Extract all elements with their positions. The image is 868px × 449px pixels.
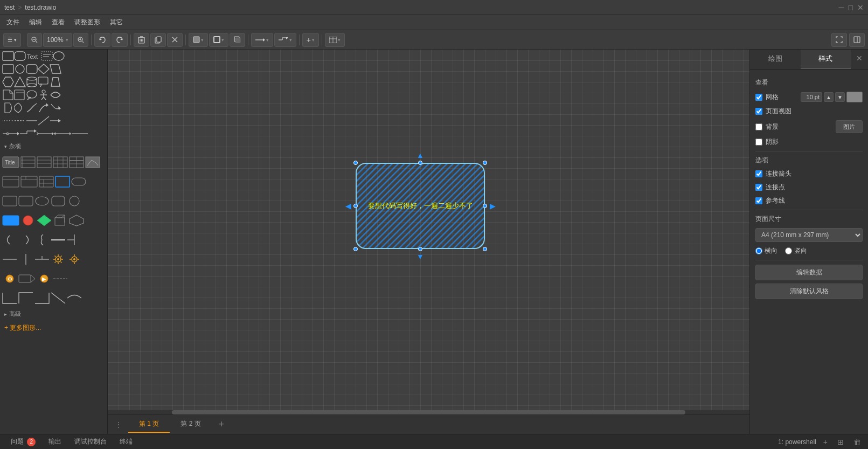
misc-rect-r[interactable]	[2, 194, 17, 209]
right-panel-close[interactable]: ✕	[851, 50, 868, 69]
misc-red-circle[interactable]	[20, 213, 36, 228]
misc-3d-box[interactable]	[53, 213, 68, 228]
misc-line-h[interactable]	[2, 252, 17, 267]
misc-label[interactable]	[18, 271, 36, 286]
canvas-hscroll[interactable]	[108, 410, 749, 415]
guides-checkbox-label[interactable]: 参考线	[755, 196, 788, 205]
connection-btn[interactable]: ▾	[251, 33, 273, 47]
misc-corner-tl[interactable]	[18, 291, 33, 306]
portrait-radio-label[interactable]: 竖向	[785, 246, 807, 255]
canvas-area[interactable]: ▲ ▼ ◀ ▶	[108, 50, 749, 434]
add-shape-btn[interactable]: + ▾	[302, 33, 319, 47]
handle-bc[interactable]	[418, 247, 422, 251]
shape-connector2[interactable]	[19, 128, 37, 139]
misc-gear2[interactable]	[67, 252, 82, 267]
undo-btn[interactable]	[94, 33, 110, 47]
misc-corner-br[interactable]	[34, 291, 50, 306]
misc-s4[interactable]	[55, 174, 70, 189]
bottom-tab-problems[interactable]: 问题 2	[4, 436, 42, 448]
shape-arc[interactable]	[50, 89, 61, 100]
terminal-trash-btn[interactable]: 🗑	[851, 437, 864, 447]
window-maximize[interactable]: □	[849, 3, 853, 12]
background-checkbox[interactable]	[755, 123, 762, 130]
page-tab-add[interactable]: +	[214, 417, 229, 432]
landscape-radio-label[interactable]: 横向	[755, 246, 777, 255]
shape-triangle[interactable]	[14, 77, 26, 87]
tab-style[interactable]: 样式	[801, 50, 851, 69]
project-name[interactable]: test	[4, 4, 15, 11]
shape-bidirectional[interactable]	[54, 128, 71, 139]
misc-process1[interactable]: ⚙	[2, 271, 17, 286]
shape-rounded-rect[interactable]	[14, 51, 26, 61]
misc-s2[interactable]	[20, 174, 38, 189]
shape-circle[interactable]	[14, 64, 26, 74]
shape-d-shape[interactable]	[2, 102, 14, 113]
misc-section-header[interactable]: ▾ 杂项	[0, 140, 107, 153]
delete-btn[interactable]	[134, 33, 149, 47]
arrow-bottom[interactable]: ▼	[416, 252, 425, 261]
clear-style-btn[interactable]: 清除默认风格	[755, 284, 863, 299]
bottom-tab-terminal[interactable]: 终端	[113, 436, 139, 448]
shape-dotted-line[interactable]	[2, 115, 14, 126]
shape-solid-line[interactable]	[26, 115, 38, 126]
shape-ellipse[interactable]	[53, 51, 65, 61]
handle-ml[interactable]	[353, 204, 358, 208]
handle-bl[interactable]	[353, 247, 358, 251]
grid-checkbox-label[interactable]: 网格	[755, 93, 788, 102]
grid-pt-up[interactable]: ▲	[824, 92, 834, 102]
shape-arrow-curved[interactable]	[38, 102, 50, 113]
misc-square-rounded[interactable]	[51, 194, 66, 209]
more-shapes-link[interactable]: + 更多图形...	[0, 320, 107, 336]
shape-connector3[interactable]	[37, 128, 54, 139]
tab-diagram[interactable]: 绘图	[750, 50, 801, 69]
diagram-shape[interactable]: ▲ ▼ ◀ ▶	[356, 163, 485, 249]
shape-arrow-right[interactable]	[50, 115, 61, 126]
menu-edit[interactable]: 编辑	[25, 16, 46, 29]
shadow-btn[interactable]	[230, 33, 245, 47]
misc-gt-angle[interactable]	[18, 232, 33, 247]
misc-dash-line2[interactable]	[51, 232, 66, 247]
page-view-checkbox-label[interactable]: 页面视图	[755, 107, 791, 116]
bottom-tab-output[interactable]: 输出	[42, 436, 68, 448]
shadow-checkbox[interactable]	[755, 139, 762, 146]
shape-text[interactable]: Text	[26, 51, 41, 61]
shape-connector1[interactable]	[2, 128, 19, 139]
shadow-checkbox-label[interactable]: 阴影	[755, 137, 788, 147]
misc-hexagon2[interactable]	[69, 213, 84, 228]
misc-list1[interactable]	[20, 155, 36, 170]
arrow-right[interactable]: ▶	[488, 202, 497, 210]
terminal-add-btn[interactable]: +	[821, 437, 830, 447]
arrow-left[interactable]: ◀	[344, 202, 352, 210]
misc-table1[interactable]	[53, 155, 68, 170]
connection-points-checkbox[interactable]	[755, 184, 762, 191]
landscape-radio[interactable]	[755, 247, 762, 254]
page-tab-2[interactable]: 第 2 页	[170, 416, 211, 433]
grid-pt-down[interactable]: ▼	[835, 92, 845, 102]
menu-view[interactable]: 查看	[47, 16, 69, 29]
guides-checkbox[interactable]	[755, 197, 762, 204]
misc-t-connector[interactable]	[67, 232, 82, 247]
misc-title[interactable]: Title	[2, 155, 19, 170]
grid-checkbox[interactable]	[755, 94, 762, 101]
grid-pt-input[interactable]	[801, 92, 822, 102]
grid-color-swatch[interactable]	[846, 92, 863, 102]
window-minimize[interactable]: ─	[839, 3, 844, 12]
misc-s1[interactable]	[2, 174, 19, 189]
menu-file[interactable]: 文件	[2, 16, 24, 29]
page-view-checkbox[interactable]	[755, 108, 762, 115]
shape-no-arrow[interactable]	[71, 128, 88, 139]
handle-mr[interactable]	[483, 204, 487, 208]
shape-text-box[interactable]	[41, 51, 53, 61]
background-image-btn[interactable]: 图片	[836, 120, 863, 133]
shape-dashed-line[interactable]	[14, 115, 26, 126]
misc-annotation[interactable]: ▶	[37, 271, 52, 286]
close-panel-btn[interactable]	[849, 33, 865, 47]
misc-rect2[interactable]	[18, 194, 33, 209]
canvas-hscroll-thumb[interactable]	[172, 410, 685, 415]
cut-btn[interactable]	[167, 33, 183, 47]
fullscreen-btn[interactable]	[831, 33, 847, 47]
shape-container[interactable]: ▲ ▼ ◀ ▶	[356, 163, 485, 249]
misc-line-v[interactable]	[18, 252, 33, 267]
bottom-tab-debug[interactable]: 调试控制台	[68, 436, 113, 448]
handle-tl[interactable]	[353, 161, 358, 165]
